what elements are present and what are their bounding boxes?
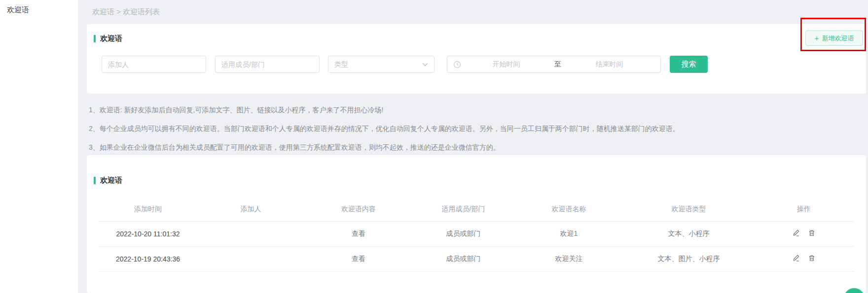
cell-members: 成员或部门 bbox=[413, 246, 514, 271]
search-panel-title-label: 欢迎语 bbox=[100, 34, 122, 43]
col-members: 适用成员/部门 bbox=[413, 197, 514, 221]
list-panel-title: 欢迎语 bbox=[94, 176, 122, 185]
welcome-message-table: 添加时间 添加人 欢迎语内容 适用成员/部门 欢迎语名称 欢迎语类型 操作 20… bbox=[99, 197, 854, 272]
cell-actions bbox=[754, 221, 854, 246]
cell-adder bbox=[197, 221, 304, 246]
date-range-picker[interactable]: 开始时间 至 结束时间 bbox=[447, 56, 661, 73]
adder-input[interactable] bbox=[102, 56, 206, 73]
table-row: 2022-10-19 20:43:36 查看 成员或部门 欢迎关注 文本、图片、… bbox=[99, 246, 854, 271]
add-welcome-message-label: 新增欢迎语 bbox=[822, 34, 854, 43]
breadcrumb: 欢迎语 > 欢迎语列表 bbox=[92, 7, 160, 17]
cell-actions bbox=[754, 246, 854, 271]
col-actions: 操作 bbox=[754, 197, 854, 221]
cell-name: 欢迎关注 bbox=[514, 246, 624, 271]
sidebar: 欢迎语 bbox=[0, 0, 78, 293]
col-type: 欢迎语类型 bbox=[624, 197, 754, 221]
col-added-time: 添加时间 bbox=[99, 197, 197, 221]
col-content: 欢迎语内容 bbox=[304, 197, 413, 221]
clock-icon bbox=[453, 61, 461, 68]
search-panel-title: 欢迎语 bbox=[94, 34, 122, 43]
title-accent-bar bbox=[94, 35, 96, 42]
type-select-placeholder: 类型 bbox=[334, 60, 422, 69]
cell-adder bbox=[197, 246, 304, 271]
view-content-link[interactable]: 查看 bbox=[304, 221, 413, 246]
cell-members: 成员或部门 bbox=[413, 221, 514, 246]
welcome-message-page: 欢迎语 欢迎语 > 欢迎语列表 欢迎语 + 新增欢迎语 类型 bbox=[0, 0, 868, 293]
range-separator: 至 bbox=[551, 60, 564, 69]
title-accent-bar bbox=[94, 177, 96, 184]
cell-added-time: 2022-10-19 20:43:36 bbox=[99, 246, 197, 271]
search-button[interactable]: 搜索 bbox=[670, 56, 708, 73]
list-panel: 欢迎语 添加时间 添加人 欢迎语内容 适用成员/部门 欢迎语名称 欢迎语类型 操… bbox=[87, 155, 866, 293]
delete-icon[interactable] bbox=[808, 254, 816, 262]
add-welcome-message-button[interactable]: + 新增欢迎语 bbox=[805, 31, 863, 46]
cell-added-time: 2022-10-20 11:01:32 bbox=[99, 221, 197, 246]
help-note-1: 1、欢迎语: 新好友添加后自动回复,可添加文字、图片、链接以及小程序，客户来了不… bbox=[89, 105, 680, 124]
delete-icon[interactable] bbox=[808, 229, 816, 237]
edit-icon[interactable] bbox=[792, 229, 800, 237]
sidebar-item-welcome-message[interactable]: 欢迎语 bbox=[0, 0, 78, 15]
search-panel: 欢迎语 + 新增欢迎语 类型 开始时间 至 结束时间 bbox=[87, 24, 866, 94]
help-notes: 1、欢迎语: 新好友添加后自动回复,可添加文字、图片、链接以及小程序，客户来了不… bbox=[89, 105, 680, 161]
table-header-row: 添加时间 添加人 欢迎语内容 适用成员/部门 欢迎语名称 欢迎语类型 操作 bbox=[99, 197, 854, 221]
col-adder: 添加人 bbox=[197, 197, 304, 221]
help-note-2: 2、每个企业成员均可以拥有不同的欢迎语。当部门欢迎语和个人专属的欢迎语并存的情况… bbox=[89, 124, 680, 142]
type-select[interactable]: 类型 bbox=[328, 56, 434, 73]
cell-name: 欢迎1 bbox=[514, 221, 624, 246]
table-row: 2022-10-20 11:01:32 查看 成员或部门 欢迎1 文本、小程序 bbox=[99, 221, 854, 246]
start-time-placeholder: 开始时间 bbox=[461, 60, 551, 69]
edit-icon[interactable] bbox=[792, 254, 800, 262]
view-content-link[interactable]: 查看 bbox=[304, 246, 413, 271]
cell-type: 文本、小程序 bbox=[624, 221, 754, 246]
member-department-input[interactable] bbox=[215, 56, 320, 73]
filter-row: 类型 开始时间 至 结束时间 搜索 bbox=[87, 56, 866, 73]
list-panel-title-label: 欢迎语 bbox=[100, 176, 122, 185]
chevron-down-icon bbox=[422, 63, 428, 66]
col-name: 欢迎语名称 bbox=[514, 197, 624, 221]
cell-type: 文本、图片、小程序 bbox=[624, 246, 754, 271]
end-time-placeholder: 结束时间 bbox=[564, 60, 654, 69]
plus-icon: + bbox=[815, 34, 819, 42]
